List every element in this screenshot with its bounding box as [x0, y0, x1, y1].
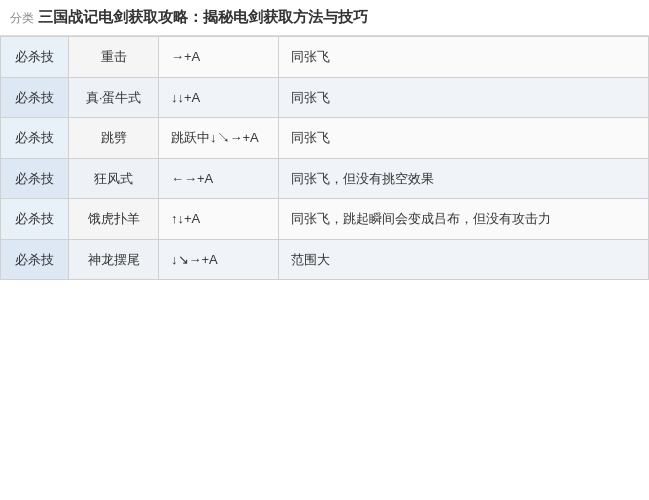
skill-name: 真·蛋牛式 — [69, 77, 159, 118]
skill-type: 必杀技 — [1, 77, 69, 118]
skill-input: ←→+A — [159, 158, 279, 199]
skill-description: 同张飞，跳起瞬间会变成吕布，但没有攻击力 — [279, 199, 649, 240]
skill-description: 同张飞 — [279, 77, 649, 118]
skill-type: 必杀技 — [1, 239, 69, 280]
skill-input: ↓↘→+A — [159, 239, 279, 280]
skill-input: 跳跃中↓↘→+A — [159, 118, 279, 159]
skill-type: 必杀技 — [1, 37, 69, 78]
skill-type: 必杀技 — [1, 158, 69, 199]
skills-table: 必杀技重击→+A同张飞必杀技真·蛋牛式↓↓+A同张飞必杀技跳劈跳跃中↓↘→+A同… — [0, 36, 649, 280]
table-row: 必杀技重击→+A同张飞 — [1, 37, 649, 78]
category-tag: 分类 — [10, 11, 34, 25]
skill-name: 重击 — [69, 37, 159, 78]
table-row: 必杀技神龙摆尾↓↘→+A范围大 — [1, 239, 649, 280]
table-wrapper: 必杀技重击→+A同张飞必杀技真·蛋牛式↓↓+A同张飞必杀技跳劈跳跃中↓↘→+A同… — [0, 36, 649, 500]
skill-description: 同张飞 — [279, 37, 649, 78]
title-text: 三国战记电剑获取攻略：揭秘电剑获取方法与技巧 — [38, 8, 368, 25]
table-row: 必杀技饿虎扑羊↑↓+A同张飞，跳起瞬间会变成吕布，但没有攻击力 — [1, 199, 649, 240]
skill-input: ↓↓+A — [159, 77, 279, 118]
skill-name: 饿虎扑羊 — [69, 199, 159, 240]
skill-input: →+A — [159, 37, 279, 78]
table-row: 必杀技跳劈跳跃中↓↘→+A同张飞 — [1, 118, 649, 159]
skill-name: 跳劈 — [69, 118, 159, 159]
skill-input: ↑↓+A — [159, 199, 279, 240]
table-row: 必杀技狂风式←→+A同张飞，但没有挑空效果 — [1, 158, 649, 199]
skill-description: 同张飞 — [279, 118, 649, 159]
skill-description: 范围大 — [279, 239, 649, 280]
skill-name: 狂风式 — [69, 158, 159, 199]
skill-name: 神龙摆尾 — [69, 239, 159, 280]
page-container: 分类三国战记电剑获取攻略：揭秘电剑获取方法与技巧 必杀技重击→+A同张飞必杀技真… — [0, 0, 649, 500]
table-row: 必杀技真·蛋牛式↓↓+A同张飞 — [1, 77, 649, 118]
page-title: 分类三国战记电剑获取攻略：揭秘电剑获取方法与技巧 — [0, 0, 649, 36]
skill-description: 同张飞，但没有挑空效果 — [279, 158, 649, 199]
skill-type: 必杀技 — [1, 118, 69, 159]
skill-type: 必杀技 — [1, 199, 69, 240]
